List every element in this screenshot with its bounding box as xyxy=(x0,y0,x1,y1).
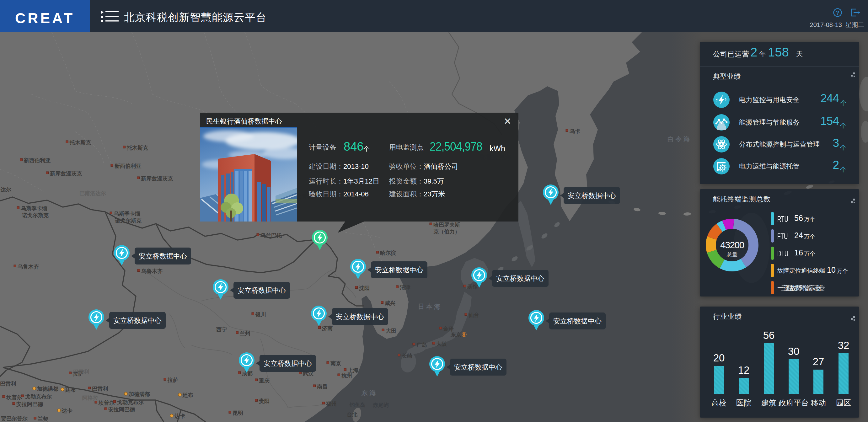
svg-text:廷布: 廷布 xyxy=(182,392,193,398)
svg-text:?: ? xyxy=(836,10,839,16)
svg-text:乌卡: 乌卡 xyxy=(569,128,580,134)
svg-text:仙台: 仙台 xyxy=(468,312,479,318)
svg-text:赤尾屿: 赤尾屿 xyxy=(372,402,389,408)
svg-text:克（伯力）: 克（伯力） xyxy=(433,229,460,235)
svg-text:诺戈尔斯克: 诺戈尔斯克 xyxy=(22,213,49,218)
svg-text:长崎: 长崎 xyxy=(401,353,413,359)
svg-text:银川: 银川 xyxy=(255,312,266,318)
svg-text:安立桥数据中心: 安立桥数据中心 xyxy=(454,363,502,371)
svg-text:新西伯利亚: 新西伯利亚 xyxy=(114,163,141,169)
svg-text:西宁: 西宁 xyxy=(216,326,227,332)
svg-text:杭州: 杭州 xyxy=(341,373,352,379)
svg-text:兰州: 兰州 xyxy=(240,330,250,336)
svg-text:阿格拉: 阿格拉 xyxy=(82,395,98,401)
svg-text:乌斯季卡缅: 乌斯季卡缅 xyxy=(21,205,48,212)
svg-text:戈勒克布尔: 戈勒克布尔 xyxy=(117,399,144,405)
svg-text:坎普尔: 坎普尔 xyxy=(6,394,23,400)
svg-text:坎普尔: 坎普尔 xyxy=(98,400,115,406)
svg-text:安立桥数据中心: 安立桥数据中心 xyxy=(238,287,286,294)
svg-text:达卡: 达卡 xyxy=(62,408,72,414)
svg-text:加德满都: 加德满都 xyxy=(37,386,58,392)
svg-text:济南: 济南 xyxy=(322,325,333,331)
svg-text:总量: 总量 xyxy=(726,252,738,258)
svg-text:安立桥数据中心: 安立桥数据中心 xyxy=(336,313,384,321)
svg-text:安立桥数据中心: 安立桥数据中心 xyxy=(113,317,162,324)
svg-text:东 海: 东 海 xyxy=(361,389,376,396)
svg-text:安立桥数据中心: 安立桥数据中心 xyxy=(375,266,423,274)
svg-text:巴雷利: 巴雷利 xyxy=(0,381,16,387)
svg-text:安拉阿巴德: 安拉阿巴德 xyxy=(108,407,135,413)
svg-text:东京: 东京 xyxy=(450,332,461,337)
svg-text:乌鲁木齐: 乌鲁木齐 xyxy=(141,268,163,274)
svg-text:达尔: 达尔 xyxy=(0,187,11,193)
svg-text:贾巴尔普尔: 贾巴尔普尔 xyxy=(1,416,28,422)
svg-text:安立桥数据中心: 安立桥数据中心 xyxy=(568,192,616,199)
svg-text:重庆: 重庆 xyxy=(258,378,270,384)
svg-text:福州: 福州 xyxy=(326,401,337,407)
svg-text:清津: 清津 xyxy=(400,285,410,291)
svg-text:安立桥数据中心: 安立桥数据中心 xyxy=(264,360,312,367)
svg-text:乌鲁木齐: 乌鲁木齐 xyxy=(17,264,39,270)
svg-text:诺戈尔斯克: 诺戈尔斯克 xyxy=(115,218,142,224)
svg-text:戈勒克布尔: 戈勒克布尔 xyxy=(25,394,52,400)
svg-text:函馆: 函馆 xyxy=(467,284,478,290)
svg-text:廷布: 廷布 xyxy=(65,387,76,393)
svg-text:安立桥数据中心: 安立桥数据中心 xyxy=(139,252,187,260)
svg-text:昆明: 昆明 xyxy=(232,410,243,416)
svg-text:兰契: 兰契 xyxy=(37,416,48,422)
svg-text:白 令 海: 白 令 海 xyxy=(668,135,690,142)
svg-text:金泽: 金泽 xyxy=(443,326,454,332)
svg-text:台北: 台北 xyxy=(347,412,358,418)
svg-text:巴雷利: 巴雷利 xyxy=(92,386,108,392)
svg-text:哈巴罗夫斯: 哈巴罗夫斯 xyxy=(433,222,460,228)
svg-text:新库兹涅茨克: 新库兹涅茨克 xyxy=(141,175,173,182)
svg-text:拉萨: 拉萨 xyxy=(167,377,178,383)
svg-text:安立桥数据中心: 安立桥数据中心 xyxy=(553,317,601,325)
svg-text:大田: 大田 xyxy=(386,328,396,334)
svg-text:托木斯克: 托木斯克 xyxy=(126,145,148,151)
svg-text:43200: 43200 xyxy=(720,240,744,250)
svg-text:哈尔滨: 哈尔滨 xyxy=(380,250,396,256)
svg-text:达卡: 达卡 xyxy=(174,413,185,419)
svg-text:日 本 海: 日 本 海 xyxy=(418,303,440,310)
svg-text:广岛: 广岛 xyxy=(416,342,427,348)
svg-text:新库兹涅茨克: 新库兹涅茨克 xyxy=(50,170,82,176)
svg-text:大阪: 大阪 xyxy=(436,341,447,347)
svg-text:咸兴: 咸兴 xyxy=(384,300,395,306)
svg-text:南昌: 南昌 xyxy=(317,384,328,390)
svg-text:加德满都: 加德满都 xyxy=(128,391,150,397)
svg-text:贵阳: 贵阳 xyxy=(258,398,270,404)
svg-text:安拉阿巴德: 安拉阿巴德 xyxy=(16,401,43,407)
svg-text:巴雷利: 巴雷利 xyxy=(73,369,89,375)
svg-text:乌兰巴托: 乌兰巴托 xyxy=(260,232,282,238)
svg-text:南京: 南京 xyxy=(331,360,341,366)
svg-text:乌斯季卡缅: 乌斯季卡缅 xyxy=(113,211,140,217)
svg-text:巴甫洛达尔: 巴甫洛达尔 xyxy=(80,190,106,196)
svg-text:新西伯利亚: 新西伯利亚 xyxy=(24,157,51,163)
svg-text:沈阳: 沈阳 xyxy=(359,285,370,291)
svg-text:安立桥数据中心: 安立桥数据中心 xyxy=(496,274,545,282)
svg-text:托木斯克: 托木斯克 xyxy=(69,140,91,145)
svg-text:钓鱼岛: 钓鱼岛 xyxy=(349,402,366,408)
